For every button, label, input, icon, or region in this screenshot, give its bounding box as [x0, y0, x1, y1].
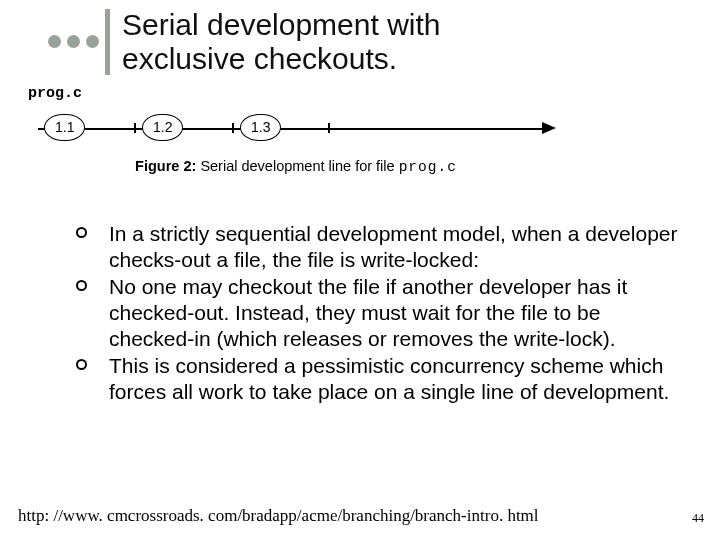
dot-icon: [48, 35, 61, 48]
figure-file-label: prog.c: [28, 85, 566, 102]
version-node: 1.1: [44, 114, 85, 141]
version-node: 1.2: [142, 114, 183, 141]
tick-mark: [328, 123, 330, 133]
footer-url: http: //www. cmcrossroads. com/bradapp/a…: [18, 506, 539, 526]
tick-mark: [134, 123, 136, 133]
bullet-circle-icon: [76, 227, 87, 238]
arrow-right-icon: [542, 122, 556, 134]
bullet-text: No one may checkout the file if another …: [109, 274, 684, 351]
figure-caption: Figure 2: Serial development line for fi…: [26, 158, 566, 175]
dot-icon: [67, 35, 80, 48]
figure: prog.c 1.1 1.2 1.3 Figure 2: Serial deve…: [26, 85, 566, 175]
slide-title: Serial development with exclusive checko…: [122, 8, 441, 75]
page-number: 44: [692, 511, 704, 526]
bullet-circle-icon: [76, 359, 87, 370]
timeline-axis: [38, 128, 544, 130]
figure-caption-file: prog.c: [399, 159, 457, 175]
bullet-text: This is considered a pessimistic concurr…: [109, 353, 684, 404]
bullet-text: In a strictly sequential development mod…: [109, 221, 684, 272]
title-line2: exclusive checkouts.: [122, 42, 441, 76]
decoration-dots: [48, 35, 99, 48]
title-line1: Serial development with: [122, 8, 441, 42]
slide-header: Serial development with exclusive checko…: [0, 0, 720, 75]
list-item: This is considered a pessimistic concurr…: [76, 353, 684, 404]
figure-caption-text: Serial development line for file: [200, 158, 394, 174]
list-item: No one may checkout the file if another …: [76, 274, 684, 351]
figure-caption-label: Figure 2:: [135, 158, 196, 174]
list-item: In a strictly sequential development mod…: [76, 221, 684, 272]
bullet-list: In a strictly sequential development mod…: [76, 221, 684, 404]
timeline: 1.1 1.2 1.3: [26, 106, 566, 152]
dot-icon: [86, 35, 99, 48]
version-node: 1.3: [240, 114, 281, 141]
bullet-circle-icon: [76, 280, 87, 291]
tick-mark: [232, 123, 234, 133]
vertical-bar-icon: [105, 9, 110, 75]
